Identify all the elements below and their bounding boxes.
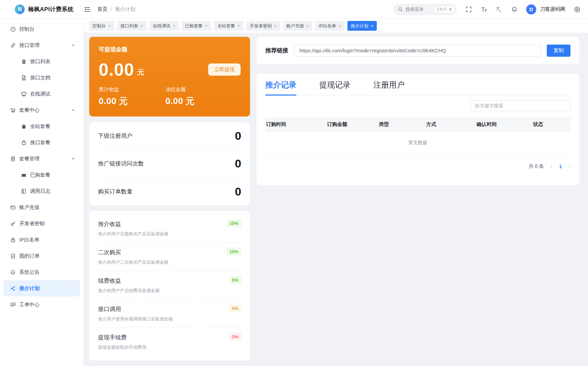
share-icon <box>10 286 16 291</box>
close-icon[interactable]: × <box>173 23 175 28</box>
withdrawable-amount: 0.00 <box>99 61 134 78</box>
document-icon <box>21 75 27 81</box>
sidebar-item[interactable]: 接口文档 <box>3 70 80 86</box>
menu-fold-icon[interactable] <box>84 6 91 13</box>
referral-counters-card: 下级注册用户 0 推广链接访问次数 0 购买订单数量 0 <box>89 122 250 205</box>
search-icon <box>398 7 403 12</box>
empty-state-text: 暂无数据 <box>409 140 427 146</box>
brand: N 楠枫API计费系统 <box>0 4 84 14</box>
records-tabs: 推介记录 提现记录 注册用户 <box>265 80 570 96</box>
close-icon[interactable]: × <box>141 23 143 28</box>
menu-search-button[interactable]: 搜索菜单 Ctrl K <box>393 4 457 15</box>
table-header-cell: 确认时间 <box>476 121 532 128</box>
sidebar-item[interactable]: 套餐管理 <box>3 151 80 167</box>
records-tab[interactable]: 注册用户 <box>373 80 405 95</box>
close-icon[interactable]: × <box>205 23 208 28</box>
close-icon[interactable]: × <box>108 23 111 28</box>
wallet-icon <box>10 205 16 210</box>
close-icon[interactable]: × <box>371 23 373 28</box>
table-header-cell: 订购金额 <box>326 121 378 128</box>
monitor-icon <box>21 91 27 97</box>
sidebar-item[interactable]: IP白名单 <box>3 232 80 248</box>
sidebar-item[interactable]: 接口列表 <box>3 53 80 70</box>
username: 刀客源码网 <box>540 6 565 12</box>
rate-badge: 5% <box>229 276 241 284</box>
rate-badge: 15% <box>226 219 241 227</box>
records-tab[interactable]: 推介记录 <box>265 80 296 95</box>
sidebar-item[interactable]: 已购套餐 <box>3 167 80 183</box>
sidebar-item[interactable]: 账户充值 <box>3 199 80 215</box>
chevron-up-icon <box>71 108 75 112</box>
records-tab[interactable]: 提现记录 <box>319 80 350 95</box>
clipboard-icon <box>21 59 27 64</box>
records-card: 推介记录 提现记录 注册用户 订购时间 <box>256 74 579 185</box>
page-tab[interactable]: 推介计划 × <box>347 21 377 31</box>
sidebar-item[interactable]: 工单中心 <box>3 296 80 313</box>
notification-bell-icon[interactable] <box>511 6 518 13</box>
pagination: 共 0 条 ‹ 1 › <box>265 163 570 169</box>
sidebar-item[interactable]: 调用日志 <box>3 183 80 199</box>
close-icon[interactable]: × <box>274 23 277 28</box>
sidebar-item[interactable]: 开发者密钥 <box>3 215 80 232</box>
breadcrumb: 首页 / 推介计划 <box>97 6 135 12</box>
shortcut-badge: Ctrl K <box>434 6 455 13</box>
sidebar-item[interactable]: 全站套餐 <box>3 118 80 134</box>
sidebar-item[interactable]: 接口管理 <box>3 37 80 53</box>
page-tab[interactable]: 接口列表 × <box>117 21 147 31</box>
table-header-row: 订购时间 订购金额 类型 方式 确认时间 状态 <box>265 117 570 132</box>
close-icon[interactable]: × <box>237 23 240 28</box>
balance-stat: 累计收益 0.00 元 <box>99 86 165 107</box>
counter-row: 购买订单数量 0 <box>98 178 241 205</box>
commission-row: 续费收益 推介的用户产品续费后返佣金额 5% <box>98 271 241 299</box>
search-placeholder-text: 搜索菜单 <box>406 6 431 12</box>
ticket-icon <box>21 172 27 178</box>
fullscreen-icon[interactable] <box>465 6 472 13</box>
page-tab[interactable]: 已购套餐 × <box>182 21 211 31</box>
sidebar-item[interactable]: 系统公告 <box>3 264 80 280</box>
translate-icon[interactable]: 文A <box>496 6 503 13</box>
rate-badge: 2% <box>229 333 241 341</box>
next-page-button[interactable]: › <box>569 163 570 169</box>
withdraw-now-button[interactable]: 立即提现 <box>208 63 241 76</box>
page-tab[interactable]: IP白名单 × <box>315 21 344 31</box>
keyword-search-input[interactable] <box>470 100 570 111</box>
chevron-up-icon <box>71 156 75 161</box>
close-icon[interactable]: × <box>338 23 341 28</box>
sidebar-item[interactable]: 在线调试 <box>3 86 80 102</box>
bag-icon <box>21 140 27 146</box>
counter-row: 下级注册用户 0 <box>98 122 241 150</box>
work-order-icon <box>10 302 16 308</box>
page-tab[interactable]: 开发者密钥 × <box>246 21 280 31</box>
rate-badge: 10% <box>226 248 241 256</box>
copy-button[interactable]: 复制 <box>547 45 570 57</box>
close-icon[interactable]: × <box>307 23 309 28</box>
breadcrumb-current: 推介计划 <box>115 6 135 12</box>
amount-unit: 元 <box>137 68 144 77</box>
rate-badge: 5% <box>229 305 241 312</box>
bag-filled-icon <box>21 124 27 129</box>
table-header-cell: 订购时间 <box>265 121 326 128</box>
page-tab[interactable]: 在线调试 × <box>149 21 179 31</box>
sidebar-item[interactable]: 我的订单 <box>3 248 80 264</box>
balance-title: 可提现金额 <box>99 46 241 53</box>
page-tab[interactable]: 控制台 × <box>89 21 114 31</box>
sidebar-item[interactable]: 套餐中心 <box>3 102 80 118</box>
current-page[interactable]: 1 <box>559 164 562 169</box>
cart-icon <box>10 107 16 113</box>
withdrawable-balance-card: 可提现金额 0.00 元 立即提现 累计收益 0.00 元 <box>89 37 250 116</box>
open-tabs-bar: 控制台 × 接口列表 × 在线调试 × 已购套餐 × <box>84 19 588 33</box>
sidebar-item[interactable]: 控制台 <box>3 21 80 37</box>
font-size-icon[interactable] <box>481 6 487 13</box>
sidebar-item[interactable]: 接口套餐 <box>3 134 80 151</box>
dashboard-icon <box>10 26 16 32</box>
referral-link-input[interactable] <box>294 45 541 57</box>
page-tab[interactable]: 全站套餐 × <box>214 21 243 31</box>
app-logo-icon: N <box>15 4 25 14</box>
page-tab[interactable]: 账户充值 × <box>283 21 313 31</box>
settings-gear-icon[interactable] <box>574 6 581 13</box>
breadcrumb-home[interactable]: 首页 <box>97 6 107 12</box>
key-icon <box>10 221 16 227</box>
sidebar-item[interactable]: 推介计划 <box>3 280 80 296</box>
user-menu[interactable]: D 刀客源码网 <box>526 4 565 15</box>
prev-page-button[interactable]: ‹ <box>550 163 552 169</box>
